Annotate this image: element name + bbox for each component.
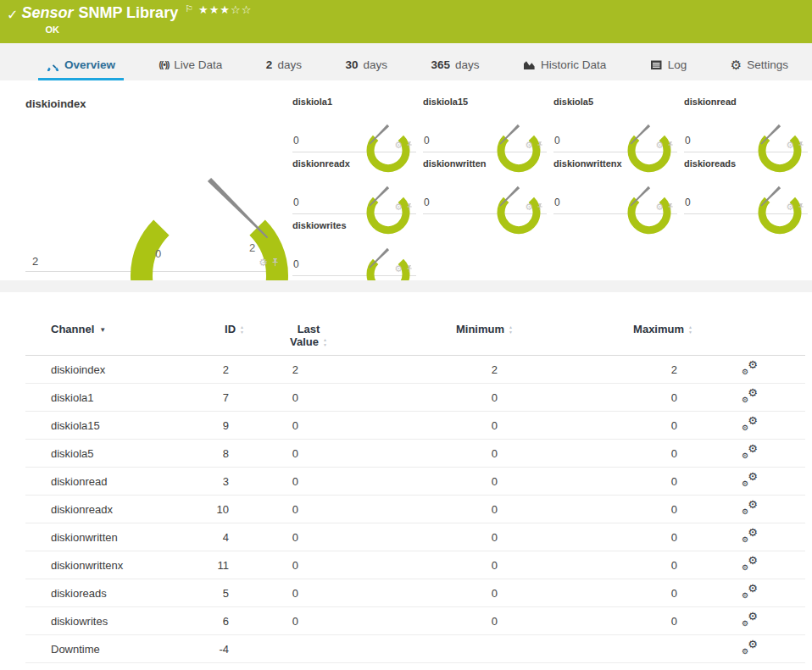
cell-maximum: 2 bbox=[498, 363, 677, 376]
tile-gear-icon[interactable]: ⚙ bbox=[394, 141, 403, 150]
pin-icon[interactable] bbox=[667, 203, 674, 212]
star-filled-icon[interactable]: ★ bbox=[220, 3, 231, 16]
tab-30-days[interactable]: 30 days bbox=[336, 53, 396, 80]
tab-log[interactable]: Log bbox=[642, 53, 696, 80]
gear-icon: ⚙ bbox=[742, 508, 748, 516]
cell-id: 10 bbox=[186, 503, 229, 516]
pin-icon[interactable] bbox=[271, 258, 279, 268]
tile-gear-icon[interactable]: ⚙ bbox=[786, 202, 794, 212]
edit-channel-icon[interactable]: ⚙ ⚙ bbox=[742, 501, 758, 515]
edit-channel-icon[interactable]: ⚙ ⚙ bbox=[742, 390, 758, 403]
gauge-tile: diskionwritten 0 ⚙ bbox=[423, 153, 547, 214]
sort-icon[interactable]: ▲▼ bbox=[688, 325, 692, 335]
priority-flag-icon[interactable]: ⚐ bbox=[185, 4, 193, 14]
cell-maximum: 0 bbox=[498, 475, 677, 488]
pin-icon[interactable] bbox=[537, 141, 543, 150]
pin-icon[interactable] bbox=[406, 265, 413, 274]
edit-channel-icon[interactable]: ⚙ ⚙ bbox=[742, 529, 758, 543]
gauge-value: 0 bbox=[424, 197, 430, 208]
column-header-maximum[interactable]: Maximum▲▼ bbox=[498, 323, 677, 335]
column-header-minimum[interactable]: Minimum▲▼ bbox=[298, 323, 498, 335]
cell-id: 11 bbox=[186, 559, 229, 572]
cell-channel: diskionwritten bbox=[25, 531, 186, 544]
table-body: diskioindex 2 2 2 2 ⚙ ⚙ diskiola1 7 0 0 … bbox=[0, 356, 812, 663]
pin-icon[interactable] bbox=[798, 141, 804, 150]
edit-channel-icon[interactable]: ⚙ ⚙ bbox=[742, 362, 758, 375]
tab-label: Log bbox=[668, 58, 687, 71]
tab-overview[interactable]: Overview bbox=[38, 53, 124, 80]
gear-icon: ⚙ bbox=[742, 564, 748, 572]
tile-gear-icon[interactable]: ⚙ bbox=[786, 141, 794, 150]
gauge-tile: diskiola1 0 ⚙ bbox=[292, 91, 416, 152]
tile-gear-icon[interactable]: ⚙ bbox=[525, 141, 533, 150]
tab-live-data[interactable]: ((•)) Live Data bbox=[151, 53, 231, 80]
gauge-value: 0 bbox=[685, 197, 691, 208]
edit-channel-icon[interactable]: ⚙ ⚙ bbox=[742, 585, 758, 599]
cell-maximum: 0 bbox=[498, 559, 677, 572]
gauge-scale-min: 0 bbox=[155, 247, 161, 260]
star-empty-icon[interactable]: ☆ bbox=[242, 3, 253, 16]
cell-maximum: 0 bbox=[498, 391, 677, 404]
star-filled-icon[interactable]: ★ bbox=[198, 3, 209, 16]
star-empty-icon[interactable]: ☆ bbox=[231, 3, 242, 16]
table-row: diskionwrittenx 11 0 0 0 ⚙ ⚙ bbox=[25, 551, 805, 579]
edit-channel-icon[interactable]: ⚙ ⚙ bbox=[742, 418, 758, 431]
live-data-icon: ((•)) bbox=[159, 60, 170, 69]
star-filled-icon[interactable]: ★ bbox=[209, 3, 220, 16]
priority-stars[interactable]: ★★★☆☆ bbox=[198, 4, 252, 15]
column-label: Channel bbox=[51, 323, 94, 335]
pin-icon[interactable] bbox=[406, 203, 413, 212]
tile-actions: ⚙ bbox=[394, 264, 413, 274]
tile-gear-icon[interactable]: ⚙ bbox=[655, 141, 664, 150]
gear-icon: ⚙ bbox=[742, 452, 748, 460]
pin-icon[interactable] bbox=[798, 203, 804, 212]
cell-maximum: 0 bbox=[498, 587, 677, 600]
tab-settings[interactable]: ⚙ Settings bbox=[722, 53, 797, 80]
cell-channel: diskionwrittenx bbox=[25, 559, 186, 572]
gear-icon: ⚙ bbox=[748, 387, 758, 398]
pin-icon[interactable] bbox=[537, 203, 543, 212]
tile-gear-icon[interactable]: ⚙ bbox=[525, 202, 533, 212]
gauge-tile: diskionread 0 ⚙ bbox=[684, 91, 808, 152]
tile-gear-icon[interactable]: ⚙ bbox=[259, 257, 268, 268]
table-row: diskioindex 2 2 2 2 ⚙ ⚙ bbox=[25, 356, 805, 384]
cell-id: 9 bbox=[186, 419, 229, 432]
tab-365-days[interactable]: 365 days bbox=[422, 53, 487, 80]
cell-maximum: 0 bbox=[498, 531, 677, 544]
tile-gear-icon[interactable]: ⚙ bbox=[394, 264, 403, 274]
edit-channel-icon[interactable]: ⚙ ⚙ bbox=[742, 557, 758, 571]
table-row: diskiowrites 6 0 0 0 ⚙ ⚙ bbox=[25, 607, 805, 635]
column-header-last-value[interactable]: Last Value▲▼ bbox=[229, 323, 298, 348]
gear-icon: ⚙ bbox=[742, 480, 748, 488]
pin-icon[interactable] bbox=[667, 141, 674, 150]
edit-channel-icon[interactable]: ⚙ ⚙ bbox=[742, 641, 758, 655]
page-title: SNMP Library bbox=[78, 4, 178, 22]
cell-minimum: 0 bbox=[298, 447, 498, 460]
tile-gear-icon[interactable]: ⚙ bbox=[655, 202, 664, 212]
column-header-channel[interactable]: Channel▼ bbox=[25, 323, 186, 335]
column-header-id[interactable]: ID▲▼ bbox=[186, 323, 229, 335]
tab-label: Settings bbox=[747, 58, 788, 71]
tab-historic-data[interactable]: Historic Data bbox=[514, 53, 615, 80]
tile-gear-icon[interactable]: ⚙ bbox=[394, 202, 403, 212]
gauge-needle bbox=[370, 125, 390, 145]
gauge-needle bbox=[370, 248, 390, 269]
gauge-tile: diskiola5 0 ⚙ bbox=[553, 91, 677, 152]
edit-channel-icon[interactable]: ⚙ ⚙ bbox=[742, 446, 758, 459]
edit-channel-icon[interactable]: ⚙ ⚙ bbox=[742, 473, 758, 487]
table-row: diskionwritten 4 0 0 0 ⚙ ⚙ bbox=[25, 523, 805, 551]
gauge-tile: diskiola15 0 ⚙ bbox=[423, 91, 547, 152]
dropdown-arrow-icon[interactable]: ▼ bbox=[99, 326, 106, 334]
cell-last-value: 0 bbox=[229, 419, 298, 432]
sort-icon[interactable]: ▲▼ bbox=[323, 338, 327, 347]
sensor-header: ✓ Sensor SNMP Library ⚐ ★★★☆☆ OK bbox=[0, 0, 812, 43]
gear-icon: ⚙ bbox=[748, 471, 758, 482]
tab-2-days[interactable]: 2 days bbox=[258, 53, 310, 80]
pin-icon[interactable] bbox=[406, 141, 413, 150]
cell-maximum: 0 bbox=[498, 503, 677, 516]
cell-minimum: 0 bbox=[298, 475, 498, 488]
edit-channel-icon[interactable]: ⚙ ⚙ bbox=[742, 613, 758, 627]
gear-icon: ⚙ bbox=[748, 611, 758, 622]
cell-channel: Downtime bbox=[25, 643, 186, 656]
gauge-needle bbox=[208, 178, 268, 238]
